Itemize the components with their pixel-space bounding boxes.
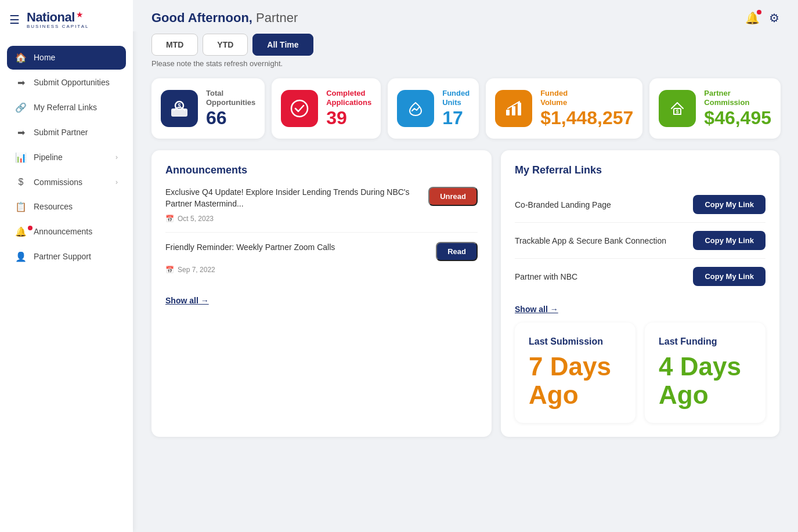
tab-bar: MTDYTDAll Time — [151, 34, 779, 56]
referral-label-0: Co-Branded Landing Page — [515, 200, 611, 209]
logo-sub: Business Capital — [27, 24, 89, 30]
stat-card-completed-applications: Completed Applications39 — [272, 78, 381, 139]
sidebar-item-submit-partner[interactable]: ➡Submit Partner — [7, 121, 126, 144]
submit-opportunities-label: Submit Opportunities — [34, 78, 110, 87]
logo-star: ★ — [76, 10, 84, 19]
sidebar-item-announcements[interactable]: 🔔Announcements — [7, 220, 126, 244]
tab-all-time[interactable]: All Time — [252, 34, 313, 56]
stat-card-total-opportunities: $Total Opportunities66 — [151, 78, 265, 139]
header: Good Afternoon, Partner 🔔 ⚙ — [133, 0, 798, 31]
commissions-arrow: › — [115, 178, 118, 186]
total-opportunities-icon-wrap: $ — [161, 90, 198, 127]
bottom-stat-title-1: Last Funding — [659, 336, 752, 347]
announcement-row-1: Friendly Reminder: Weekly Partner Zoom C… — [165, 242, 478, 261]
stats-row: $Total Opportunities66Completed Applicat… — [151, 78, 779, 139]
svg-rect-4 — [506, 110, 510, 115]
tab-ytd[interactable]: YTD — [203, 34, 248, 56]
partner-support-icon: 👤 — [15, 251, 27, 262]
stat-card-partner-commission: $Partner Commission$46,495 — [649, 78, 781, 139]
submit-partner-label: Submit Partner — [34, 128, 88, 137]
partner-support-label: Partner Support — [34, 252, 91, 261]
pipeline-icon: 📊 — [15, 152, 27, 163]
funded-volume-value: $1,448,257 — [540, 108, 633, 128]
funded-volume-icon-wrap — [495, 90, 532, 127]
bottom-stat-line2-1: Ago — [659, 381, 752, 409]
bottom-stat-line2-0: Ago — [529, 381, 622, 409]
submit-opportunities-icon: ➡ — [15, 77, 27, 88]
referral-row-1: Trackable App & Secure Bank ConnectionCo… — [515, 223, 765, 259]
announcement-date-0: 📅 Oct 5, 2023 — [165, 215, 478, 223]
header-actions: 🔔 ⚙ — [745, 11, 779, 25]
announcements-card: Announcements Exclusive Q4 Update! Explo… — [151, 150, 492, 437]
greeting-prefix: Good Afternoon, — [151, 10, 252, 25]
announcements-title: Announcements — [165, 164, 478, 176]
announcements-show-all[interactable]: Show all → — [165, 296, 209, 305]
header-greeting: Good Afternoon, Partner — [151, 10, 298, 26]
referral-list: Co-Branded Landing PageCopy My LinkTrack… — [515, 187, 765, 294]
submit-partner-icon: ➡ — [15, 127, 27, 138]
logo-text: National ★ Business Capital — [27, 10, 89, 30]
bottom-stat-card-1: Last Funding4 DaysAgo — [645, 323, 765, 423]
svg-point-3 — [291, 100, 308, 117]
home-icon: 🏠 — [15, 52, 27, 63]
bottom-stat-value-1: 4 DaysAgo — [659, 353, 752, 409]
date-text-0: Oct 5, 2023 — [178, 215, 214, 223]
sidebar-item-home[interactable]: 🏠Home — [7, 46, 126, 70]
date-text-1: Sep 7, 2022 — [178, 266, 215, 274]
sidebar-logo: ☰ National ★ Business Capital — [0, 0, 133, 40]
partner-commission-label: Partner Commission — [704, 89, 771, 107]
settings-icon[interactable]: ⚙ — [769, 11, 779, 25]
announcement-item-0: Exclusive Q4 Update! Explore Insider Len… — [165, 187, 478, 232]
svg-rect-6 — [518, 103, 521, 115]
commissions-label: Commissions — [34, 178, 82, 187]
sidebar-item-commissions[interactable]: $Commissions› — [7, 171, 126, 194]
announcement-text-1: Friendly Reminder: Weekly Partner Zoom C… — [165, 242, 429, 254]
my-referral-links-label: My Referral Links — [34, 103, 97, 112]
sidebar-item-my-referral-links[interactable]: 🔗My Referral Links — [7, 96, 126, 120]
announcement-badge-1[interactable]: Read — [436, 242, 478, 261]
completed-applications-label: Completed Applications — [326, 89, 371, 107]
sidebar: ☰ National ★ Business Capital 🏠Home➡Subm… — [0, 0, 133, 532]
notification-icon[interactable]: 🔔 — [745, 11, 760, 25]
referral-title: My Referral Links — [515, 164, 765, 176]
bottom-row: Announcements Exclusive Q4 Update! Explo… — [151, 150, 779, 437]
announcements-list: Exclusive Q4 Update! Explore Insider Len… — [165, 187, 478, 283]
funded-units-value: 17 — [442, 108, 470, 128]
announcement-item-1: Friendly Reminder: Weekly Partner Zoom C… — [165, 242, 478, 283]
greeting-name: Partner — [256, 10, 298, 25]
sidebar-item-resources[interactable]: 📋Resources — [7, 195, 126, 219]
funded-volume-label: Funded Volume — [540, 89, 633, 107]
total-opportunities-label: Total Opportunities — [206, 89, 255, 107]
resources-icon: 📋 — [15, 201, 27, 212]
calendar-icon-0: 📅 — [165, 215, 174, 223]
referral-row-2: Partner with NBCCopy My Link — [515, 259, 765, 294]
bottom-stat-title-0: Last Submission — [529, 336, 622, 347]
sidebar-item-pipeline[interactable]: 📊Pipeline› — [7, 146, 126, 169]
copy-link-button-2[interactable]: Copy My Link — [693, 267, 765, 286]
hamburger-icon[interactable]: ☰ — [9, 13, 20, 27]
announcement-date-1: 📅 Sep 7, 2022 — [165, 266, 478, 274]
stat-card-funded-units: Funded Units17 — [388, 78, 479, 139]
home-label: Home — [34, 53, 55, 62]
sidebar-item-partner-support[interactable]: 👤Partner Support — [7, 245, 126, 269]
copy-link-button-1[interactable]: Copy My Link — [693, 231, 765, 250]
partner-commission-icon-wrap: $ — [659, 90, 696, 127]
bottom-stat-card-0: Last Submission7 DaysAgo — [515, 323, 635, 423]
tab-mtd[interactable]: MTD — [151, 34, 198, 56]
sidebar-item-submit-opportunities[interactable]: ➡Submit Opportunities — [7, 71, 126, 95]
stat-card-funded-volume: Funded Volume$1,448,257 — [486, 78, 642, 139]
commissions-icon: $ — [15, 177, 27, 187]
funded-units-icon-wrap — [397, 90, 434, 127]
bottom-stat-line1-0: 7 Days — [529, 353, 622, 381]
referral-links-card: My Referral Links Co-Branded Landing Pag… — [501, 150, 779, 437]
bottom-stats-row: Last Submission7 DaysAgoLast Funding4 Da… — [515, 323, 765, 423]
svg-text:$: $ — [676, 108, 679, 114]
calendar-icon-1: 📅 — [165, 266, 174, 274]
pipeline-arrow: › — [115, 153, 118, 161]
copy-link-button-0[interactable]: Copy My Link — [693, 195, 765, 214]
svg-rect-5 — [512, 106, 515, 115]
main-content: Good Afternoon, Partner 🔔 ⚙ MTDYTDAll Ti… — [133, 0, 798, 532]
referral-show-all[interactable]: Show all → — [515, 305, 558, 314]
funded-units-label: Funded Units — [442, 89, 470, 107]
announcement-badge-0[interactable]: Unread — [428, 187, 478, 206]
